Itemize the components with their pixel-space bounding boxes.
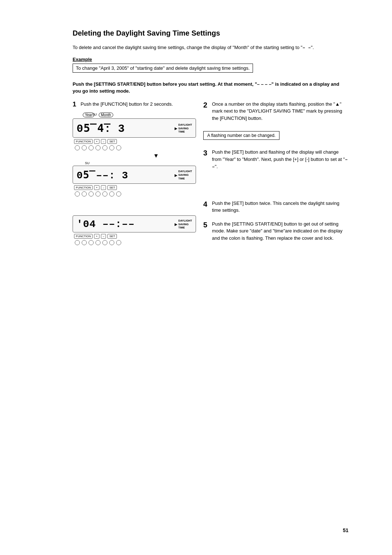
step1-number: 1 bbox=[73, 101, 79, 109]
circle bbox=[95, 240, 101, 245]
step4-text: Push the [SET] button twice. This cancel… bbox=[212, 200, 348, 214]
page-number: 51 bbox=[343, 527, 348, 533]
device2-arrow: ▶ bbox=[175, 173, 177, 177]
circle bbox=[116, 191, 121, 197]
step3-block: 3 Push the [SET] button and flashing of … bbox=[203, 149, 348, 171]
set-btn3[interactable]: SET bbox=[107, 234, 117, 239]
device1-circles bbox=[73, 145, 196, 150]
device1-frame: 05̅ ​4̅: 3 ▶ DAYLIGHTSAVINGTIME bbox=[73, 118, 196, 138]
circle bbox=[75, 145, 80, 150]
intro-paragraph: To delete and cancel the daylight saving… bbox=[73, 44, 348, 52]
device1: Year SU Month 05̅ ​4̅: 3 ▶ DAYLIGHTSAVIN… bbox=[73, 112, 196, 150]
circle bbox=[89, 145, 94, 150]
page-title: Deleting the Daylight Saving Time Settin… bbox=[73, 29, 348, 37]
device3-side-label: DAYLIGHTSAVINGTIME bbox=[178, 219, 192, 230]
device3: '04 ––:–– ▶ DAYLIGHTSAVINGTIME FUNCTION … bbox=[73, 213, 196, 245]
circle bbox=[75, 191, 80, 197]
month-label: Month bbox=[99, 113, 113, 117]
device1-side-label: DAYLIGHTSAVINGTIME bbox=[178, 123, 192, 134]
circle bbox=[82, 145, 87, 150]
device2-display: 05̅ ––: 3 bbox=[77, 169, 128, 181]
device1-arrow: ▶ bbox=[175, 126, 177, 130]
device2: SU 05̅ ––: 3 ▶ DAYLIGHTSAVINGTIME FUNCTI… bbox=[73, 161, 196, 197]
device2-buttons: FUNCTION + – SET bbox=[73, 185, 196, 190]
device2-frame: 05̅ ––: 3 ▶ DAYLIGHTSAVINGTIME bbox=[73, 166, 196, 184]
flashing-note: A flashing number can be changed. bbox=[203, 131, 279, 140]
device3-display: '04 ––:–– bbox=[77, 219, 135, 230]
step5-text: Push the [SETTING START/END] button to g… bbox=[212, 220, 348, 242]
device3-circles bbox=[73, 240, 196, 245]
set-btn2[interactable]: SET bbox=[107, 185, 117, 190]
device2-circles bbox=[73, 191, 196, 197]
circle bbox=[95, 191, 101, 197]
device1-display: 05̅ ​4̅: 3 bbox=[77, 122, 125, 135]
function-btn3[interactable]: FUNCTION bbox=[74, 234, 93, 239]
set-btn1[interactable]: SET bbox=[107, 139, 117, 144]
example-box: To change "April 3, 2005" of "starting d… bbox=[73, 64, 253, 73]
circle bbox=[109, 191, 114, 197]
device2-side-label: DAYLIGHTSAVINGTIME bbox=[178, 170, 192, 180]
circle bbox=[75, 240, 80, 245]
step2-block: 2 Once a number on the display starts fl… bbox=[203, 101, 348, 122]
minus-btn1[interactable]: – bbox=[101, 139, 106, 144]
circle bbox=[102, 145, 107, 150]
step3-text: Push the [SET] button and flashing of th… bbox=[212, 149, 348, 171]
function-btn2[interactable]: FUNCTION bbox=[74, 185, 93, 190]
circle bbox=[82, 240, 87, 245]
down-arrow: ▼ bbox=[73, 153, 196, 159]
main-content: 1 Push the [FUNCTION] button for 2 secon… bbox=[73, 101, 348, 248]
plus-btn2[interactable]: + bbox=[94, 185, 99, 190]
minus-btn2[interactable]: – bbox=[101, 185, 106, 190]
step5-number: 5 bbox=[203, 220, 210, 229]
circle bbox=[102, 240, 107, 245]
circle bbox=[116, 145, 121, 150]
circle bbox=[89, 191, 94, 197]
bold-instruction: Push the [SETTING START/END] button befo… bbox=[73, 81, 348, 95]
device3-arrow: ▶ bbox=[175, 222, 177, 226]
circle bbox=[82, 191, 87, 197]
function-btn1[interactable]: FUNCTION bbox=[74, 139, 93, 144]
step5-block: 5 Push the [SETTING START/END] button to… bbox=[203, 220, 348, 242]
right-column: 2 Once a number on the display starts fl… bbox=[203, 101, 348, 248]
circle bbox=[109, 240, 114, 245]
step1-text: Push the [FUNCTION] button for 2 seconds… bbox=[81, 101, 196, 108]
circle bbox=[102, 191, 107, 197]
step2-text: Once a number on the display starts flas… bbox=[212, 101, 348, 122]
left-column: 1 Push the [FUNCTION] button for 2 secon… bbox=[73, 101, 196, 248]
minus-btn3[interactable]: – bbox=[101, 234, 106, 239]
plus-btn3[interactable]: + bbox=[94, 234, 99, 239]
example-label: Example bbox=[73, 57, 348, 62]
step3-number: 3 bbox=[203, 149, 210, 157]
step1-block: 1 Push the [FUNCTION] button for 2 secon… bbox=[73, 101, 196, 109]
device3-frame: '04 ––:–– ▶ DAYLIGHTSAVINGTIME bbox=[73, 215, 196, 232]
step4-block: 4 Push the [SET] button twice. This canc… bbox=[203, 200, 348, 214]
su-label2: SU bbox=[85, 161, 90, 165]
circle bbox=[109, 145, 114, 150]
intro-dash: – – bbox=[302, 45, 311, 50]
page-content: Deleting the Daylight Saving Time Settin… bbox=[0, 0, 392, 277]
su-label1: SU bbox=[92, 113, 97, 116]
circle bbox=[116, 240, 121, 245]
plus-btn1[interactable]: + bbox=[94, 139, 99, 144]
device1-buttons: FUNCTION + – SET bbox=[73, 139, 196, 144]
device3-buttons: FUNCTION + – SET bbox=[73, 234, 196, 239]
step2-number: 2 bbox=[203, 101, 210, 109]
circle bbox=[95, 145, 101, 150]
circle bbox=[89, 240, 94, 245]
example-text: To change "April 3, 2005" of "starting d… bbox=[76, 65, 250, 71]
step4-number: 4 bbox=[203, 200, 210, 208]
